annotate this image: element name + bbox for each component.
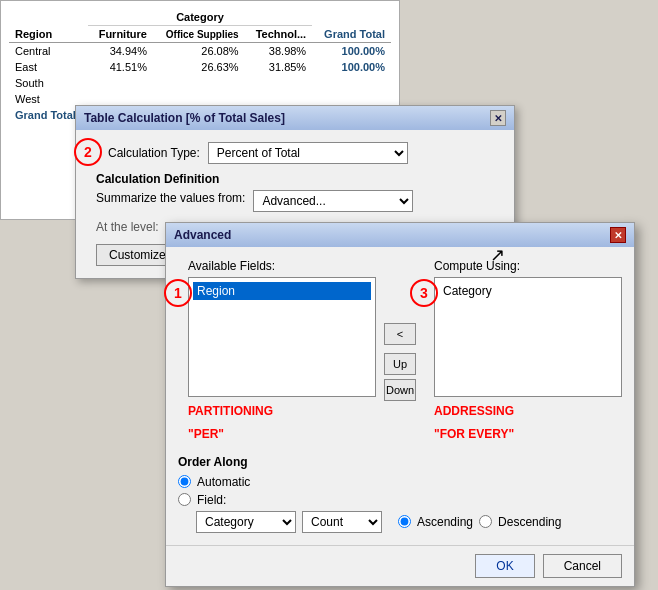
- at-level-label: At the level:: [96, 220, 159, 234]
- summarize-label: Summarize the values from:: [96, 191, 245, 205]
- col-grand-total: Grand Total: [312, 26, 391, 43]
- addressing-label: ADDRESSING: [434, 403, 622, 420]
- category-header: Category: [88, 9, 312, 26]
- descending-radio[interactable]: [479, 515, 492, 528]
- row-central-region: Central: [9, 43, 88, 60]
- row-east-region: East: [9, 59, 88, 75]
- table-calc-close-button[interactable]: ✕: [490, 110, 506, 126]
- row-central-furniture: 34.94%: [88, 43, 153, 60]
- row-east-furniture: 41.51%: [88, 59, 153, 75]
- col-office: Office Supplies: [153, 26, 245, 43]
- transfer-left-button[interactable]: <: [384, 323, 416, 345]
- descending-label: Descending: [498, 515, 561, 529]
- calc-def-title: Calculation Definition: [96, 172, 502, 186]
- advanced-dialog-footer: OK Cancel: [166, 545, 634, 586]
- cancel-button[interactable]: Cancel: [543, 554, 622, 578]
- advanced-dialog: Advanced ✕ 1 Available Fields: Region PA…: [165, 222, 635, 587]
- available-fields-label: Available Fields:: [188, 259, 376, 273]
- field-radio[interactable]: [178, 493, 191, 506]
- annotation-circle-2: 2: [74, 138, 102, 166]
- ok-button[interactable]: OK: [475, 554, 534, 578]
- row-east-office: 26.63%: [153, 59, 245, 75]
- compute-using-label: Compute Using:: [434, 259, 622, 273]
- annotation-circle-1: 1: [164, 279, 192, 307]
- row-central-tech: 38.98%: [245, 43, 313, 60]
- advanced-close-button[interactable]: ✕: [610, 227, 626, 243]
- field-category-select[interactable]: Category: [196, 511, 296, 533]
- order-along-title: Order Along: [178, 455, 622, 469]
- row-central-total: 100.00%: [312, 43, 391, 60]
- field-label: Field:: [197, 493, 226, 507]
- row-south-region: South: [9, 75, 88, 91]
- available-fields-list[interactable]: Region: [188, 277, 376, 397]
- per-label: "PER": [188, 426, 376, 443]
- table-calc-title: Table Calculation [% of Total Sales]: [84, 111, 285, 125]
- automatic-label: Automatic: [197, 475, 250, 489]
- calc-type-select[interactable]: Percent of Total: [208, 142, 408, 164]
- row-central-office: 26.08%: [153, 43, 245, 60]
- move-up-button[interactable]: Up: [384, 353, 416, 375]
- summarize-select[interactable]: Advanced...: [253, 190, 413, 212]
- advanced-title: Advanced: [174, 228, 231, 242]
- col-tech: Technol...: [245, 26, 313, 43]
- available-field-region[interactable]: Region: [193, 282, 371, 300]
- move-down-button[interactable]: Down: [384, 379, 416, 401]
- row-east-total: 100.00%: [312, 59, 391, 75]
- partitioning-label: PARTITIONING: [188, 403, 376, 420]
- row-east-tech: 31.85%: [245, 59, 313, 75]
- compute-field-category[interactable]: Category: [439, 282, 617, 300]
- table-calc-title-bar: Table Calculation [% of Total Sales] ✕: [76, 106, 514, 130]
- automatic-radio[interactable]: [178, 475, 191, 488]
- compute-fields-list[interactable]: Category: [434, 277, 622, 397]
- col-region: Region: [9, 26, 88, 43]
- col-furniture: Furniture: [88, 26, 153, 43]
- count-select[interactable]: Count: [302, 511, 382, 533]
- ascending-radio[interactable]: [398, 515, 411, 528]
- calc-type-label: Calculation Type:: [108, 146, 200, 160]
- advanced-title-bar: Advanced ✕: [166, 223, 634, 247]
- annotation-circle-3: 3: [410, 279, 438, 307]
- ascending-label: Ascending: [417, 515, 473, 529]
- for-every-label: "FOR EVERY": [434, 426, 622, 443]
